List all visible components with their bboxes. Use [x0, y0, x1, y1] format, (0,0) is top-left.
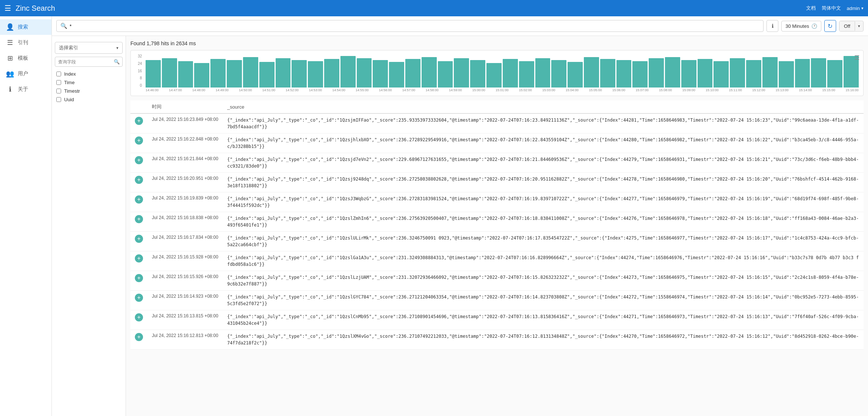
time-cell: Jul 24, 2022 15:16:12.813 +08:00 — [147, 330, 223, 350]
expand-button[interactable]: + — [135, 215, 143, 223]
histogram-bar — [259, 62, 275, 88]
topbar-right: 文档 简体中文 admin — [806, 5, 864, 11]
sidebar: 👤搜索☰引刊⊞模板👥用户ℹ关于 — [0, 16, 52, 416]
histogram-bar — [340, 56, 356, 88]
refresh-button[interactable]: ↻ — [824, 20, 836, 32]
clock-icon: 🕐 — [811, 23, 817, 29]
field-checkbox-index[interactable] — [56, 72, 61, 76]
expand-button[interactable]: + — [135, 136, 143, 145]
expand-cell: + — [130, 310, 147, 330]
sidebar-label-dashboard: 模板 — [18, 55, 28, 62]
expand-button[interactable]: + — [135, 313, 143, 321]
table-row: + Jul 24, 2022 15:16:21.844 +08:00 {"_in… — [130, 153, 864, 173]
time-range-label: 30 Minutes — [785, 23, 809, 29]
x-label: 14:51:00 — [262, 88, 275, 92]
expand-button[interactable]: + — [135, 235, 143, 243]
expand-cell: + — [130, 212, 147, 232]
expand-cell: + — [130, 192, 147, 212]
histogram-bar — [698, 59, 713, 88]
histogram-bar — [730, 58, 745, 88]
histogram-bar — [470, 60, 485, 88]
y-label: 0 — [134, 83, 142, 88]
field-search-wrap: 🔍 — [55, 57, 123, 67]
expand-button[interactable]: + — [135, 195, 143, 204]
auto-refresh-toggle: Off ▾ — [839, 21, 864, 32]
histogram-bar — [405, 59, 420, 88]
table-row: + Jul 24, 2022 15:16:13.815 +08:00 {"_in… — [130, 310, 864, 330]
histogram-bar — [535, 58, 551, 88]
expand-col-header — [130, 100, 147, 113]
menu-icon[interactable]: ☰ — [4, 4, 11, 13]
sidebar-item-user[interactable]: 👥用户 — [0, 66, 51, 82]
histogram-bar — [308, 61, 323, 88]
histogram-bar — [795, 59, 810, 88]
x-label: 15:14:00 — [799, 88, 812, 92]
docs-link[interactable]: 文档 — [806, 5, 816, 11]
x-label: 15:07:00 — [636, 88, 649, 92]
x-label: 14:54:00 — [332, 88, 345, 92]
histogram-y-axis: 32241680 — [134, 54, 142, 88]
admin-menu[interactable]: admin — [847, 6, 864, 11]
time-cell: Jul 24, 2022 15:16:23.849 +08:00 — [147, 113, 223, 133]
info-button[interactable]: ℹ — [766, 20, 778, 32]
table-row: + Jul 24, 2022 15:16:20.951 +08:00 {"_in… — [130, 173, 864, 192]
field-search-icon: 🔍 — [114, 59, 120, 65]
sidebar-item-search[interactable]: 👤搜索 — [0, 19, 51, 35]
expand-cell: + — [130, 173, 147, 192]
field-label-timestr: Timestr — [64, 88, 80, 94]
x-label: 15:10:00 — [706, 88, 719, 92]
search-input[interactable] — [70, 23, 759, 29]
source-cell: {"_index":"api_July","_type":"_co","_id"… — [223, 192, 864, 212]
histogram-bar — [779, 61, 794, 88]
field-item-index: Index — [52, 70, 126, 78]
expand-button[interactable]: + — [135, 176, 143, 184]
field-search-input[interactable] — [58, 59, 114, 65]
sidebar-item-dashboard[interactable]: ⊞模板 — [0, 50, 51, 66]
toggle-dropdown-arrow[interactable]: ▾ — [855, 22, 863, 31]
lang-link[interactable]: 简体中文 — [822, 5, 841, 11]
x-label: 14:59:00 — [449, 88, 462, 92]
x-label: 15:04:00 — [566, 88, 579, 92]
x-label: 14:49:00 — [216, 88, 229, 92]
x-label: 14:58:00 — [426, 88, 439, 92]
field-checkbox-time[interactable] — [56, 80, 61, 85]
expand-button[interactable]: + — [135, 156, 143, 164]
expand-button[interactable]: + — [135, 274, 143, 282]
histogram-bar — [616, 60, 632, 88]
field-checkbox-uuid[interactable] — [56, 97, 61, 102]
expand-button[interactable]: + — [135, 117, 143, 125]
toggle-off-label[interactable]: Off — [839, 21, 855, 31]
x-label: 15:11:00 — [729, 88, 742, 92]
histogram-bar — [714, 61, 729, 88]
time-cell: Jul 24, 2022 15:16:22.848 +08:00 — [147, 133, 223, 153]
x-label: 15:05:00 — [589, 88, 602, 92]
x-label: 14:57:00 — [402, 88, 415, 92]
sidebar-item-about[interactable]: ℹ关于 — [0, 82, 51, 97]
time-range-button[interactable]: 30 Minutes 🕐 — [781, 21, 821, 32]
time-cell: Jul 24, 2022 15:16:20.951 +08:00 — [147, 173, 223, 192]
histogram-bar — [600, 59, 615, 88]
sidebar-label-search: 搜索 — [18, 24, 28, 30]
index-select[interactable]: 选择索引 ▾ — [55, 42, 123, 54]
sidebar-item-index[interactable]: ☰引刊 — [0, 35, 51, 50]
table-row: + Jul 24, 2022 15:16:17.834 +08:00 {"_in… — [130, 232, 864, 251]
dashboard-icon: ⊞ — [6, 54, 14, 62]
histogram-bar — [357, 58, 372, 88]
field-checkbox-timestr[interactable] — [56, 89, 61, 93]
x-label: 14:56:00 — [379, 88, 392, 92]
search-input-wrap: 🔍 — [56, 20, 764, 32]
expand-button[interactable]: + — [135, 254, 143, 263]
x-label: 14:47:00 — [169, 88, 182, 92]
search-icon: 🔍 — [60, 23, 67, 29]
table-row: + Jul 24, 2022 15:16:18.838 +08:00 {"_in… — [130, 212, 864, 232]
histogram-menu-icon[interactable]: ☰ — [854, 54, 859, 61]
expand-button[interactable]: + — [135, 294, 143, 302]
source-cell: {"_index":"api_July","_type":"_co","_id"… — [223, 271, 864, 291]
expand-button[interactable]: + — [135, 333, 143, 341]
table-row: + Jul 24, 2022 15:16:15.928 +08:00 {"_in… — [130, 251, 864, 271]
histogram-bar — [762, 57, 778, 88]
source-cell: {"_index":"api_July","_type":"_co","_id"… — [223, 153, 864, 173]
histogram-bar — [178, 61, 193, 88]
histogram-bar — [438, 61, 453, 88]
x-label: 15:06:00 — [612, 88, 625, 92]
